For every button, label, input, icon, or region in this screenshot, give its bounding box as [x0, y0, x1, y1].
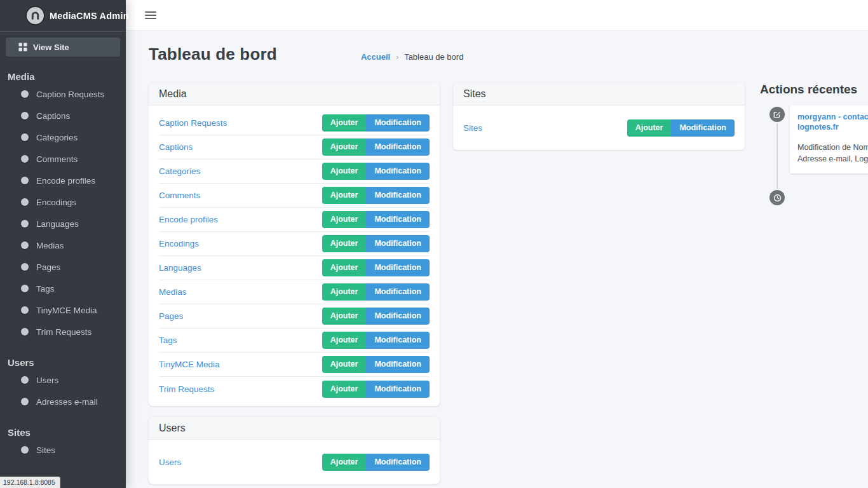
breadcrumb-home-link[interactable]: Accueil	[361, 52, 390, 62]
model-row: Caption Requests Ajouter Modification	[159, 111, 430, 135]
circle-icon	[21, 328, 29, 336]
change-button[interactable]: Modification	[366, 332, 430, 349]
change-button[interactable]: Modification	[366, 211, 430, 228]
view-site-label: View Site	[33, 43, 69, 52]
circle-icon	[21, 90, 29, 98]
dashboard-grid: Media Caption Requests Ajouter Modificat…	[149, 83, 868, 484]
main-area: Tableau de bord Accueil › Tableau de bor…	[126, 0, 868, 484]
sidebar-item[interactable]: TinyMCE Media	[0, 299, 126, 321]
button-group: Ajouter Modification	[322, 235, 430, 252]
circle-icon	[21, 306, 29, 314]
add-button[interactable]: Ajouter	[322, 454, 367, 471]
recent-actions-title: Actions récentes	[760, 83, 868, 97]
sidebar-item[interactable]: Medias	[0, 234, 126, 256]
sidebar-item-label: Tags	[36, 284, 55, 294]
add-button[interactable]: Ajouter	[322, 332, 367, 349]
button-group: Ajouter Modification	[322, 259, 430, 276]
model-link[interactable]: Categories	[159, 166, 200, 176]
model-row: Tags Ajouter Modification	[159, 329, 430, 353]
change-button[interactable]: Modification	[366, 308, 430, 325]
recent-action-link[interactable]: morgyann - contact@blognotes.fr	[797, 112, 868, 133]
sites-card: Sites Sites Ajouter Modification	[453, 83, 745, 150]
model-row: Comments Ajouter Modification	[159, 184, 430, 208]
sidebar-item[interactable]: Sites	[0, 439, 126, 461]
add-button[interactable]: Ajouter	[322, 235, 367, 252]
sidebar-item-label: Encodings	[36, 198, 76, 207]
content: Tableau de bord Accueil › Tableau de bor…	[126, 30, 868, 484]
sidebar-item[interactable]: Caption Requests	[0, 83, 126, 105]
model-link[interactable]: Users	[159, 458, 181, 467]
add-button[interactable]: Ajouter	[322, 283, 367, 301]
circle-icon	[21, 220, 29, 227]
sidebar-item[interactable]: Categories	[0, 126, 126, 148]
add-button[interactable]: Ajouter	[322, 356, 367, 373]
model-link[interactable]: Comments	[159, 191, 200, 200]
model-row: Medias Ajouter Modification	[159, 280, 430, 304]
model-link[interactable]: Sites	[463, 123, 482, 133]
sidebar-item[interactable]: Languages	[0, 213, 126, 234]
change-button[interactable]: Modification	[671, 119, 735, 137]
brand[interactable]: MediaCMS Admin	[0, 0, 126, 32]
sidebar-item[interactable]: Encode profiles	[0, 170, 126, 191]
model-link[interactable]: Encode profiles	[159, 215, 218, 224]
change-button[interactable]: Modification	[366, 381, 430, 398]
sidebar-item-label: Captions	[36, 111, 70, 121]
change-button[interactable]: Modification	[366, 139, 430, 156]
sidebar-item[interactable]: Users	[0, 369, 126, 391]
model-link[interactable]: Medias	[159, 287, 187, 297]
brand-title: MediaCMS Admin	[50, 11, 129, 21]
add-button[interactable]: Ajouter	[322, 163, 367, 180]
model-row: Encodings Ajouter Modification	[159, 232, 430, 256]
model-link[interactable]: Captions	[159, 142, 193, 152]
model-row: Captions Ajouter Modification	[159, 135, 430, 159]
circle-icon	[21, 263, 29, 271]
change-button[interactable]: Modification	[366, 235, 430, 252]
menu-toggle-icon[interactable]	[145, 11, 156, 19]
circle-icon	[21, 398, 29, 405]
add-button[interactable]: Ajouter	[322, 187, 367, 204]
model-link[interactable]: Pages	[159, 311, 183, 321]
sidebar-section-users: Users Users Adresses e-mail	[0, 357, 126, 412]
change-button[interactable]: Modification	[366, 187, 430, 204]
model-link[interactable]: Caption Requests	[159, 118, 227, 128]
add-button[interactable]: Ajouter	[322, 139, 367, 156]
model-row: Encode profiles Ajouter Modification	[159, 208, 430, 232]
change-button[interactable]: Modification	[366, 283, 430, 301]
add-button[interactable]: Ajouter	[322, 211, 367, 228]
change-button[interactable]: Modification	[366, 114, 430, 132]
sidebar-item[interactable]: Trim Requests	[0, 321, 126, 342]
model-link[interactable]: Tags	[159, 336, 177, 345]
add-button[interactable]: Ajouter	[322, 259, 367, 276]
grid-icon	[18, 43, 27, 51]
circle-icon	[21, 155, 29, 163]
card-title: Users	[149, 417, 440, 440]
change-button[interactable]: Modification	[366, 454, 430, 471]
change-button[interactable]: Modification	[366, 259, 430, 276]
sidebar-item[interactable]: Comments	[0, 148, 126, 170]
model-link[interactable]: Languages	[159, 263, 201, 273]
model-link[interactable]: Trim Requests	[159, 384, 214, 394]
sidebar-section-media: Media Caption Requests Captions Categori…	[0, 71, 126, 342]
model-link[interactable]: Encodings	[159, 239, 199, 248]
model-row: Users Ajouter Modification	[159, 446, 430, 478]
sidebar-item[interactable]: Captions	[0, 105, 126, 126]
circle-icon	[21, 112, 29, 119]
sidebar-item[interactable]: Adresses e-mail	[0, 391, 126, 412]
change-button[interactable]: Modification	[366, 163, 430, 180]
recent-action-description: Modification de Nom Adresse e-mail, Logo…	[797, 142, 868, 165]
sidebar-item-label: TinyMCE Media	[36, 306, 97, 315]
add-button[interactable]: Ajouter	[322, 308, 367, 325]
button-group: Ajouter Modification	[322, 381, 430, 398]
circle-icon	[21, 285, 29, 292]
add-button[interactable]: Ajouter	[322, 114, 367, 132]
sidebar-item[interactable]: Tags	[0, 278, 126, 299]
view-site-button[interactable]: View Site	[6, 37, 120, 57]
circle-icon	[21, 177, 29, 184]
model-link[interactable]: TinyMCE Media	[159, 360, 220, 369]
sidebar-item[interactable]: Encodings	[0, 191, 126, 213]
column-middle: Sites Sites Ajouter Modification	[453, 83, 745, 150]
sidebar-item[interactable]: Pages	[0, 256, 126, 278]
change-button[interactable]: Modification	[366, 356, 430, 373]
add-button[interactable]: Ajouter	[627, 119, 672, 137]
add-button[interactable]: Ajouter	[322, 381, 367, 398]
